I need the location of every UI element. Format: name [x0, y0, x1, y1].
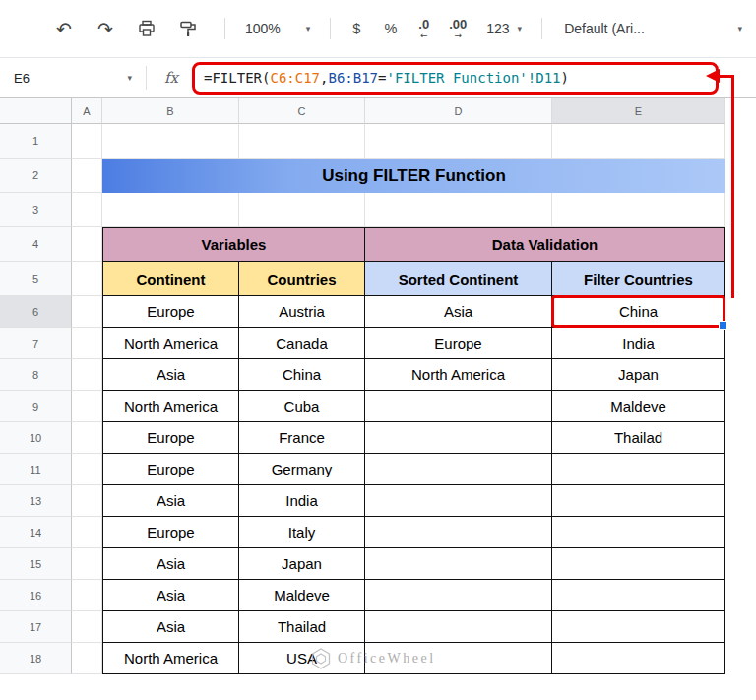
cell-A18[interactable]	[72, 643, 102, 674]
cell-C17[interactable]: Thailad	[239, 611, 365, 643]
cell-D16[interactable]	[365, 580, 552, 611]
cell-A11[interactable]	[72, 454, 102, 485]
column-header-d[interactable]: D	[365, 98, 552, 124]
cell-B3[interactable]	[102, 193, 239, 227]
row-header-18[interactable]: 18	[0, 643, 72, 674]
cell-A9[interactable]	[72, 391, 102, 422]
group-header-data-validation[interactable]: Data Validation	[365, 227, 725, 262]
cell-E1[interactable]	[552, 124, 725, 159]
row-header-8[interactable]: 8	[0, 359, 72, 391]
select-all-corner[interactable]	[0, 98, 72, 124]
cell-C15[interactable]: Japan	[239, 548, 365, 580]
cell-A14[interactable]	[72, 517, 102, 548]
column-label-sorted-continent[interactable]: Sorted Continent	[365, 262, 552, 296]
row-header-5[interactable]: 5	[0, 262, 72, 296]
cell-C1[interactable]	[239, 124, 365, 159]
cell-E3[interactable]	[552, 193, 725, 227]
column-header-b[interactable]: B	[102, 98, 239, 124]
cell-B10[interactable]: Europe	[102, 422, 239, 454]
cell-D8[interactable]: North America	[365, 359, 552, 391]
currency-format-button[interactable]: $	[352, 21, 360, 36]
row-header-4[interactable]: 4	[0, 227, 72, 262]
cell-C10[interactable]: France	[239, 422, 365, 454]
cell-A16[interactable]	[72, 580, 102, 611]
cell-A5[interactable]	[72, 262, 102, 296]
cell-D7[interactable]: Europe	[365, 328, 552, 359]
table-title[interactable]: Using FILTER Function	[102, 159, 725, 193]
cell-D3[interactable]	[365, 193, 552, 227]
redo-button[interactable]: ↷	[91, 14, 120, 43]
cell-B8[interactable]: Asia	[102, 359, 239, 391]
cell-A6[interactable]	[72, 296, 102, 328]
cell-E17[interactable]	[552, 611, 725, 643]
row-header-14[interactable]: 14	[0, 517, 72, 548]
cell-E9[interactable]: Maldeve	[552, 391, 725, 422]
paint-format-button[interactable]	[173, 14, 203, 43]
cell-C6[interactable]: Austria	[239, 296, 365, 328]
cell-B6[interactable]: Europe	[102, 296, 239, 328]
cell-E15[interactable]	[552, 548, 725, 580]
row-header-3[interactable]: 3	[0, 193, 72, 227]
row-header-9[interactable]: 9	[0, 391, 72, 422]
row-header-13[interactable]: 13	[0, 485, 72, 517]
increase-decimal-button[interactable]: .00 →	[449, 18, 467, 40]
undo-button[interactable]: ↶	[49, 14, 79, 43]
cell-A13[interactable]	[72, 485, 102, 517]
cell-A2[interactable]	[72, 159, 102, 193]
cell-D15[interactable]	[365, 548, 552, 580]
cell-B11[interactable]: Europe	[102, 454, 239, 485]
row-header-2[interactable]: 2	[0, 159, 72, 193]
cell-B13[interactable]: Asia	[102, 485, 239, 517]
cell-E8[interactable]: Japan	[552, 359, 725, 391]
cell-A7[interactable]	[72, 328, 102, 359]
cell-C14[interactable]: Italy	[239, 517, 365, 548]
zoom-select[interactable]: 100% ▾	[245, 21, 310, 36]
column-label-filter-countries[interactable]: Filter Countries	[552, 262, 725, 296]
cell-D13[interactable]	[365, 485, 552, 517]
cell-B1[interactable]	[102, 124, 239, 159]
cell-D9[interactable]	[365, 391, 552, 422]
cell-C9[interactable]: Cuba	[239, 391, 365, 422]
cell-A15[interactable]	[72, 548, 102, 580]
cell-B18[interactable]: North America	[102, 643, 239, 674]
cell-B16[interactable]: Asia	[102, 580, 239, 611]
row-header-1[interactable]: 1	[0, 124, 72, 159]
selected-cell-E6[interactable]: China	[552, 296, 725, 328]
cell-B7[interactable]: North America	[102, 328, 239, 359]
cell-C16[interactable]: Maldeve	[239, 580, 365, 611]
cell-E11[interactable]	[552, 454, 725, 485]
row-header-11[interactable]: 11	[0, 454, 72, 485]
column-header-e[interactable]: E	[552, 98, 725, 124]
cell-A3[interactable]	[72, 193, 102, 227]
print-button[interactable]	[132, 14, 161, 43]
cell-C13[interactable]: India	[239, 485, 365, 517]
cell-B15[interactable]: Asia	[102, 548, 239, 580]
cell-C11[interactable]: Germany	[239, 454, 365, 485]
cell-D1[interactable]	[365, 124, 552, 159]
cell-D17[interactable]	[365, 611, 552, 643]
font-select[interactable]: Default (Ari... ▾	[556, 21, 756, 36]
cell-A17[interactable]	[72, 611, 102, 643]
decrease-decimal-button[interactable]: .0 ←	[418, 18, 429, 40]
column-label-continent[interactable]: Continent	[102, 262, 239, 296]
group-header-variables[interactable]: Variables	[102, 227, 365, 262]
cell-C7[interactable]: Canada	[239, 328, 365, 359]
cell-B14[interactable]: Europe	[102, 517, 239, 548]
cell-D6[interactable]: Asia	[365, 296, 552, 328]
row-header-10[interactable]: 10	[0, 422, 72, 454]
formula-input[interactable]: =FILTER(C6:C17,B6:B17='FILTER Function'!…	[204, 70, 569, 86]
cell-D14[interactable]	[365, 517, 552, 548]
cell-A4[interactable]	[72, 227, 102, 262]
column-header-c[interactable]: C	[239, 98, 365, 124]
row-header-17[interactable]: 17	[0, 611, 72, 643]
column-label-countries[interactable]: Countries	[239, 262, 365, 296]
cell-E16[interactable]	[552, 580, 725, 611]
cell-C8[interactable]: China	[239, 359, 365, 391]
row-header-16[interactable]: 16	[0, 580, 72, 611]
cell-E7[interactable]: India	[552, 328, 725, 359]
column-header-a[interactable]: A	[72, 98, 102, 124]
cell-E13[interactable]	[552, 485, 725, 517]
more-formats-button[interactable]: 123 ▾	[486, 21, 522, 36]
cell-E18[interactable]	[552, 643, 725, 674]
cell-E14[interactable]	[552, 517, 725, 548]
